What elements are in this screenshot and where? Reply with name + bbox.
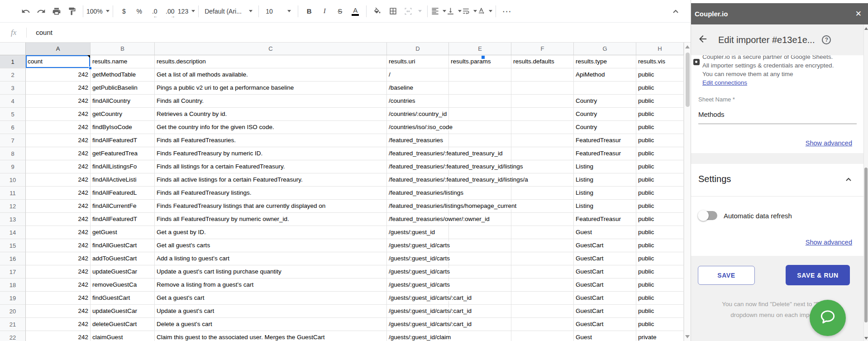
cell-D7[interactable]: /featured_treasuries: [387, 134, 449, 147]
cell-H11[interactable]: public: [636, 187, 684, 200]
cell-G12[interactable]: Listing: [574, 200, 636, 213]
row-header-11[interactable]: 11: [0, 187, 26, 200]
borders-icon[interactable]: [385, 5, 401, 18]
cell-C1[interactable]: results.description: [155, 55, 387, 68]
cell-A11[interactable]: 242: [26, 187, 91, 200]
cell-F11[interactable]: [511, 187, 574, 200]
row-header-3[interactable]: 3: [0, 82, 26, 95]
row-header-7[interactable]: 7: [0, 134, 26, 147]
support-chat-button[interactable]: [810, 300, 846, 336]
cell-A14[interactable]: 242: [26, 226, 91, 239]
cell-D10[interactable]: /featured_treasuries/:featured_treasury_…: [387, 173, 449, 187]
cell-H7[interactable]: public: [636, 134, 684, 147]
cell-A17[interactable]: 242: [26, 265, 91, 279]
cell-G13[interactable]: FeaturedTreasur: [574, 213, 636, 226]
cell-H14[interactable]: public: [636, 226, 684, 239]
edit-connections-link[interactable]: Edit connections: [702, 79, 747, 86]
cell-A4[interactable]: 242: [26, 95, 91, 108]
row-header-5[interactable]: 5: [0, 108, 26, 121]
row-header-4[interactable]: 4: [0, 95, 26, 108]
row-header-12[interactable]: 12: [0, 200, 26, 213]
cell-E2[interactable]: [449, 68, 511, 82]
cell-E18[interactable]: [449, 279, 511, 292]
cell-D17[interactable]: /guests/:guest_id/carts: [387, 265, 449, 279]
cell-B10[interactable]: findAllActiveListi: [91, 173, 155, 187]
cell-F22[interactable]: [511, 331, 574, 341]
cell-F7[interactable]: [511, 134, 574, 147]
cell-B19[interactable]: findGuestCart: [91, 292, 155, 305]
cell-E17[interactable]: [449, 265, 511, 279]
cell-D9[interactable]: /featured_treasuries/:featured_treasury_…: [387, 160, 449, 173]
cell-F21[interactable]: [511, 318, 574, 331]
cell-B22[interactable]: claimGuest: [91, 331, 155, 341]
cell-D1[interactable]: results.uri: [387, 55, 449, 68]
scrollbar-thumb[interactable]: [864, 168, 868, 322]
column-header-C[interactable]: C: [155, 43, 387, 55]
undo-icon[interactable]: [18, 5, 33, 18]
cell-H1[interactable]: results.vis: [636, 55, 684, 68]
cell-D15[interactable]: /guests/:guest_id/carts: [387, 239, 449, 252]
save-and-run-button[interactable]: SAVE & RUN: [786, 265, 850, 285]
cell-B15[interactable]: findAllGuestCart: [91, 239, 155, 252]
cell-F3[interactable]: [511, 82, 574, 95]
cell-D11[interactable]: /featured_treasuries/listings: [387, 187, 449, 200]
cell-E4[interactable]: [449, 95, 511, 108]
format-percent-button[interactable]: %: [132, 5, 147, 18]
scroll-up-arrow-icon[interactable]: [864, 27, 868, 30]
cell-F5[interactable]: [511, 108, 574, 121]
cell-A8[interactable]: 242: [26, 147, 91, 160]
cell-H3[interactable]: public: [636, 82, 684, 95]
cell-E5[interactable]: [449, 108, 511, 121]
select-all-corner[interactable]: [0, 43, 26, 55]
cell-A13[interactable]: 242: [26, 213, 91, 226]
hide-menus-chevron-icon[interactable]: [668, 5, 683, 18]
cell-G21[interactable]: GuestCart: [574, 318, 636, 331]
cell-A22[interactable]: 242: [26, 331, 91, 341]
cell-C2[interactable]: Get a list of all methods available.: [155, 68, 387, 82]
formula-bar[interactable]: fx count: [0, 23, 691, 43]
cell-B9[interactable]: findAllListingsFo: [91, 160, 155, 173]
row-header-14[interactable]: 14: [0, 226, 26, 239]
cell-A6[interactable]: 242: [26, 121, 91, 134]
cell-B1[interactable]: results.name: [91, 55, 155, 68]
cell-G6[interactable]: Country: [574, 121, 636, 134]
cell-E22[interactable]: [449, 331, 511, 341]
cell-D19[interactable]: /guests/:guest_id/carts/:cart_id: [387, 292, 449, 305]
cell-G8[interactable]: FeaturedTreasur: [574, 147, 636, 160]
cell-B4[interactable]: findAllCountry: [91, 95, 155, 108]
cell-B20[interactable]: updateGuestCar: [91, 305, 155, 318]
row-header-1[interactable]: 1: [0, 55, 26, 68]
cell-H5[interactable]: public: [636, 108, 684, 121]
grid-vertical-scrollbar[interactable]: [684, 43, 691, 341]
cell-C8[interactable]: Finds FeaturedTreasury by numeric ID.: [155, 147, 387, 160]
cell-H21[interactable]: public: [636, 318, 684, 331]
cell-G1[interactable]: results.type: [574, 55, 636, 68]
cell-A2[interactable]: 242: [26, 68, 91, 82]
column-header-E[interactable]: E: [449, 43, 511, 55]
format-currency-button[interactable]: $: [116, 5, 132, 18]
cell-D4[interactable]: /countries: [387, 95, 449, 108]
scroll-down-arrow-icon[interactable]: [864, 337, 868, 340]
cell-G5[interactable]: Country: [574, 108, 636, 121]
text-rotation-menu[interactable]: [477, 5, 492, 18]
sheet-name-field[interactable]: Methods: [698, 110, 857, 124]
cell-G4[interactable]: Country: [574, 95, 636, 108]
cell-G19[interactable]: GuestCart: [574, 292, 636, 305]
cell-D6[interactable]: /countries/iso/:iso_code: [387, 121, 449, 134]
number-format-menu[interactable]: 123: [178, 5, 195, 18]
cell-F1[interactable]: results.defaults: [511, 55, 574, 68]
row-header-18[interactable]: 18: [0, 279, 26, 292]
scrollbar-thumb[interactable]: [686, 53, 690, 107]
cell-C6[interactable]: Get the country info for the given ISO c…: [155, 121, 387, 134]
cell-C19[interactable]: Get a guest's cart: [155, 292, 387, 305]
cell-A21[interactable]: 242: [26, 318, 91, 331]
column-header-A[interactable]: A: [26, 43, 91, 55]
cell-H6[interactable]: public: [636, 121, 684, 134]
cell-A20[interactable]: 242: [26, 305, 91, 318]
cell-B21[interactable]: deleteGuestCart: [91, 318, 155, 331]
cell-C12[interactable]: Finds FeaturedTreasury listings that are…: [155, 200, 387, 213]
cell-F12[interactable]: [511, 200, 574, 213]
more-toolbar-items[interactable]: ⋯: [499, 5, 515, 18]
fill-color-icon[interactable]: [370, 5, 385, 18]
cell-E3[interactable]: [449, 82, 511, 95]
